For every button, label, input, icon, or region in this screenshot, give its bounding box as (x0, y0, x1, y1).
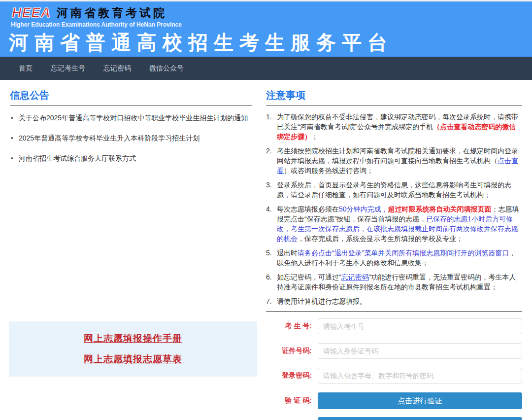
bulletin-section: 信息公告 关于公布2025年普通高等学校对口招收中等职业学校毕业生招生计划的通知… (10, 89, 252, 175)
notice-item: 1.为了确保您的权益不受非法侵害，建议绑定动态密码，每次登录系统时，请携带已关注… (266, 112, 522, 141)
id-number-label: 证件号码: (266, 347, 318, 355)
bulletin-list: 关于公布2025年普通高等学校对口招收中等职业学校毕业生招生计划的通知 2025… (10, 114, 252, 163)
nav-item-wechat-account[interactable]: 微信公众号 (149, 64, 184, 73)
nav-item-forgot-password[interactable]: 忘记密码 (103, 64, 131, 73)
notice-item-number: 1. (266, 112, 272, 122)
bulletin-item[interactable]: 河南省招生考试综合服务大厅联系方式 (10, 154, 252, 163)
candidate-number-input[interactable] (318, 318, 522, 334)
org-name-en: Higher Education Examinations Authority … (11, 21, 182, 28)
notice-text: 请务必点击“退出登录”菜单并关闭所有填报志愿期间打开的浏览器窗口 (298, 249, 509, 257)
notice-text: 超过时限系统将自动关闭填报页面 (388, 205, 492, 213)
id-number-input[interactable] (318, 343, 522, 359)
notice-item-number: 5. (266, 248, 272, 258)
login-row: 登录 (266, 417, 522, 420)
notice-list: 1.为了确保您的权益不受非法侵害，建议绑定动态密码，每次登录系统时，请携带已关注… (266, 112, 522, 306)
notice-item: 6.如忘记密码，可通过“忘记密码”功能进行密码重置，无法重置密码的，考生本人持准… (266, 272, 522, 292)
notice-text: 考生须按照院校招生计划和河南省教育考试院相关通知要求，在规定时间内登录网站并填报… (277, 147, 518, 165)
notices-title: 注意事项 (266, 89, 522, 106)
notice-text: 50分钟内完成， (339, 205, 388, 213)
notice-item: 2.考生须按照院校招生计划和河南省教育考试院相关通知要求，在规定时间内登录网站并… (266, 146, 522, 175)
notice-item-number: 4. (266, 204, 272, 214)
document-links-panel: 网上志愿填报操作手册 网上志愿填报志愿草表 (9, 321, 257, 377)
logo-row: HEEA 河南省教育考试院 (10, 5, 167, 21)
heea-logo-icon: HEEA (10, 5, 53, 21)
nav-item-forgot-candidate-number[interactable]: 忘记考生号 (51, 64, 85, 73)
notice-inline-link[interactable]: 忘记密码 (341, 273, 369, 281)
notice-text: 请使用计算机进行志愿填报。 (277, 297, 366, 305)
notice-text: 退出时 (277, 249, 298, 257)
notice-text: ，保存完成后，系统会显示考生所填报的学校及专业； (298, 235, 463, 243)
site-header: HEEA 河南省教育考试院 Higher Education Examinati… (0, 1, 532, 57)
candidate-number-label: 考 生 号: (266, 322, 318, 331)
org-name-cn: 河南省教育考试院 (57, 5, 167, 21)
notice-item-number: 6. (266, 272, 272, 282)
notice-text: 如忘记密码，可通过“ (277, 273, 341, 281)
notice-text: 登录系统后，首页显示登录考生的资格信息，这些信息将影响考生可填报的志愿，请登录后… (277, 181, 511, 199)
notice-text: 每次志愿填报必须在 (277, 205, 339, 213)
divider (266, 311, 522, 312)
notice-item-number: 7. (266, 296, 272, 306)
captcha-label: 验 证 码: (266, 396, 318, 405)
volunteer-draft-form-link[interactable]: 网上志愿填报志愿草表 (84, 353, 182, 366)
notice-item-number: 2. (266, 146, 272, 156)
notice-text: ； (311, 133, 318, 140)
notice-item: 4.每次志愿填报必须在50分钟内完成，超过时限系统将自动关闭填报页面；志愿填报完… (266, 204, 522, 244)
captcha-verify-button[interactable]: 点击进行验证 (318, 392, 522, 409)
password-row: 登录密码: (266, 368, 522, 384)
captcha-row: 验 证 码: 点击进行验证 (266, 392, 522, 409)
candidate-number-row: 考 生 号: (266, 318, 522, 334)
nav-item-home[interactable]: 首页 (19, 64, 33, 73)
notice-item: 5.退出时请务必点击“退出登录”菜单并关闭所有填报志愿期间打开的浏览器窗口，以免… (266, 248, 522, 268)
bulletin-item[interactable]: 关于公布2025年普通高等学校对口招收中等职业学校毕业生招生计划的通知 (10, 114, 252, 123)
page-title: 河南省普通高校招生考生服务平台 (9, 29, 393, 56)
password-label: 登录密码: (266, 371, 318, 380)
notice-text: ）或咨询服务热线进行咨询； (284, 167, 373, 175)
login-button[interactable]: 登录 (318, 417, 522, 420)
notice-item: 3.登录系统后，首页显示登录考生的资格信息，这些信息将影响考生可填报的志愿，请登… (266, 180, 522, 200)
main-nav: 首页 忘记考生号 忘记密码 微信公众号 (0, 57, 532, 80)
login-form: 考 生 号: 证件号码: 登录密码: 验 证 码: 点击进行验证 登录 考生注册 (266, 318, 522, 420)
id-number-row: 证件号码: (266, 343, 522, 359)
notice-item: 7.请使用计算机进行志愿填报。 (266, 296, 522, 306)
bulletin-item[interactable]: 2025年普通高等学校专科毕业生升入本科阶段学习招生计划 (10, 134, 252, 143)
volunteer-manual-link[interactable]: 网上志愿填报操作手册 (84, 332, 182, 345)
bulletin-title: 信息公告 (10, 89, 252, 106)
notices-section: 注意事项 1.为了确保您的权益不受非法侵害，建议绑定动态密码，每次登录系统时，请… (266, 89, 522, 420)
notice-item-number: 3. (266, 180, 272, 190)
password-input[interactable] (318, 368, 522, 384)
